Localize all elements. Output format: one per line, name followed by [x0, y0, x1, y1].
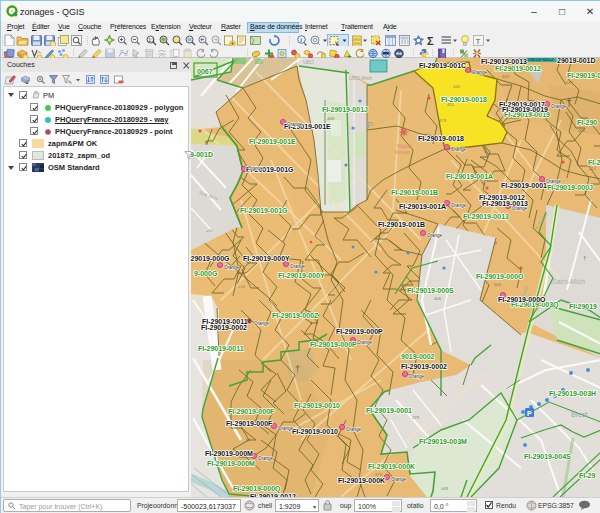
svg-text:9-001D: 9-001D	[191, 151, 213, 158]
svg-text:FI-29019-000G: FI-29019-000G	[191, 255, 230, 262]
svg-text:Orange: Orange	[290, 264, 306, 269]
svg-text:FI-29019-001C: FI-29019-001C	[419, 62, 466, 69]
svg-text:FI-29019-000P: FI-29019-000P	[336, 328, 383, 335]
svg-text:FI-29019-000F: FI-29019-000F	[226, 420, 273, 427]
svg-text:FI-29019-001A: FI-29019-001A	[446, 173, 493, 180]
svg-text:FI-29019-0011: FI-29019-0011	[198, 345, 244, 352]
svg-text:FI-29019-0001: FI-29019-0001	[501, 182, 547, 189]
svg-text:FI-29019-000F: FI-29019-000F	[228, 408, 275, 415]
svg-text:9019-0002: 9019-0002	[401, 353, 435, 360]
svg-text:FI-29019-000Y: FI-29019-000Y	[278, 272, 325, 279]
svg-text:FI-29019-000O: FI-29019-000O	[476, 273, 524, 280]
svg-text:Orange: Orange	[287, 122, 303, 127]
svg-text:408: 408	[327, 116, 335, 121]
svg-text:FI-29019: FI-29019	[569, 303, 597, 310]
svg-text:415: 415	[502, 74, 510, 79]
svg-text:Orange: Orange	[248, 166, 264, 171]
svg-text:†: †	[583, 255, 586, 261]
svg-text:406: 406	[434, 296, 442, 301]
svg-text:FI-29019-0002: FI-29019-0002	[401, 363, 447, 370]
svg-text:P: P	[367, 120, 373, 130]
svg-text:449: 449	[441, 486, 449, 491]
svg-text:FI-29019-0012: FI-29019-0012	[495, 65, 541, 72]
svg-text:9-000G: 9-000G	[194, 270, 218, 277]
svg-text:Saint-Mich: Saint-Mich	[552, 278, 585, 285]
svg-text:FI-29019-0018: FI-29019-0018	[441, 96, 487, 103]
svg-text:Orange: Orange	[512, 206, 528, 211]
svg-text:442: 442	[453, 84, 461, 89]
svg-text:FI-29019-000Q: FI-29019-000Q	[233, 485, 281, 493]
svg-text:✎: ✎	[68, 79, 72, 85]
svg-text:Orange: Orange	[451, 203, 467, 208]
svg-text:FI-29019-003H: FI-29019-003H	[549, 390, 596, 397]
svg-text:Orange: Orange	[409, 374, 425, 379]
svg-text:FI-29019-000P: FI-29019-000P	[310, 341, 357, 348]
svg-text:FI-29019-001E: FI-29019-001E	[249, 138, 296, 145]
svg-text:FI-29019-000O: FI-29019-000O	[498, 296, 546, 303]
svg-text:FI-29019-000M: FI-29019-000M	[205, 450, 253, 457]
svg-text:UBO: UBO	[303, 59, 314, 65]
svg-text:FI-29019-000Z: FI-29019-000Z	[272, 312, 319, 319]
svg-text:Morvan: Morvan	[395, 150, 411, 155]
svg-text:FI-29019-0001: FI-29019-0001	[366, 407, 412, 414]
svg-text:FI-29019-0018: FI-29019-0018	[418, 135, 464, 142]
svg-text:29019-001D: 29019-001D	[557, 58, 596, 64]
svg-text:Orange: Orange	[254, 321, 270, 326]
svg-text:FI-29019-0002: FI-29019-0002	[201, 324, 247, 331]
svg-text:FI-29019-0010: FI-29019-0010	[294, 402, 340, 409]
svg-text:FI-29019-0013: FI-29019-0013	[463, 213, 509, 220]
svg-text:P: P	[527, 410, 532, 417]
svg-text:Orange: Orange	[258, 456, 274, 461]
svg-text:FI-29: FI-29	[579, 472, 595, 479]
svg-text:FI-29019-003M: FI-29019-003M	[419, 438, 467, 445]
svg-text:Σ: Σ	[427, 35, 434, 47]
svg-text:FI-29019-0: FI-29019-0	[567, 72, 600, 79]
svg-text:FI-29019-001G: FI-29019-001G	[240, 207, 288, 214]
svg-text:FI-29019-000S: FI-29019-000S	[407, 287, 454, 294]
svg-text:UBO Méth: UBO Méth	[349, 75, 373, 81]
svg-text:+Ot: +Ot	[238, 284, 246, 289]
svg-text:FI-29019-0013: FI-29019-0013	[481, 58, 527, 65]
svg-text:FI-29019-0010: FI-29019-0010	[292, 428, 338, 435]
svg-text:Hôpital: Hôpital	[397, 144, 411, 149]
svg-text:Orange: Orange	[224, 265, 240, 270]
svg-text:FI-29019-001A: FI-29019-001A	[399, 203, 446, 210]
svg-text:FI-29019-001B: FI-29019-001B	[378, 221, 425, 228]
svg-text:Orange: Orange	[551, 104, 567, 109]
svg-text:Orange: Orange	[278, 426, 294, 431]
svg-text:306: 306	[494, 282, 502, 287]
svg-text:Orange: Orange	[391, 477, 407, 482]
svg-text:+Or: +Or	[206, 228, 214, 233]
svg-text:Orange: Orange	[472, 70, 488, 75]
svg-text:414: 414	[589, 166, 597, 171]
svg-text:T: T	[476, 37, 481, 46]
svg-text:FI-29019-000J: FI-29019-000J	[547, 184, 593, 191]
svg-text:FI-29019-000K: FI-29019-000K	[338, 477, 385, 484]
svg-text:FI-29019-004S: FI-29019-004S	[524, 453, 571, 460]
svg-text:FI-29019-000M: FI-29019-000M	[207, 460, 255, 467]
svg-text:917: 917	[566, 80, 574, 85]
svg-text:FI-290: FI-290	[577, 119, 597, 126]
svg-text:FI-29019-001J: FI-29019-001J	[322, 106, 368, 113]
svg-text:0067: 0067	[197, 68, 213, 75]
svg-text:FI-29019-001B: FI-29019-001B	[391, 189, 438, 196]
svg-text:FI-29: FI-29	[588, 159, 600, 166]
svg-text:FI-29019-000K: FI-29019-000K	[368, 463, 415, 470]
svg-text:406: 406	[578, 128, 586, 133]
svg-text:Orange: Orange	[357, 340, 373, 345]
svg-text:†: †	[566, 96, 572, 108]
svg-text:Brest: Brest	[571, 411, 587, 418]
svg-text:279: 279	[412, 415, 420, 420]
svg-text:479: 479	[439, 118, 447, 123]
svg-text:FI-29019-000Y: FI-29019-000Y	[243, 255, 290, 262]
svg-text:Orange: Orange	[451, 147, 467, 152]
svg-text:Orange: Orange	[346, 427, 362, 432]
svg-text:Orange: Orange	[546, 179, 562, 184]
svg-text:FI-29019-0019: FI-29019-0019	[502, 106, 548, 113]
svg-text:1:1: 1:1	[148, 38, 155, 43]
svg-text:Orange: Orange	[427, 233, 443, 238]
svg-text:†: †	[295, 364, 300, 374]
